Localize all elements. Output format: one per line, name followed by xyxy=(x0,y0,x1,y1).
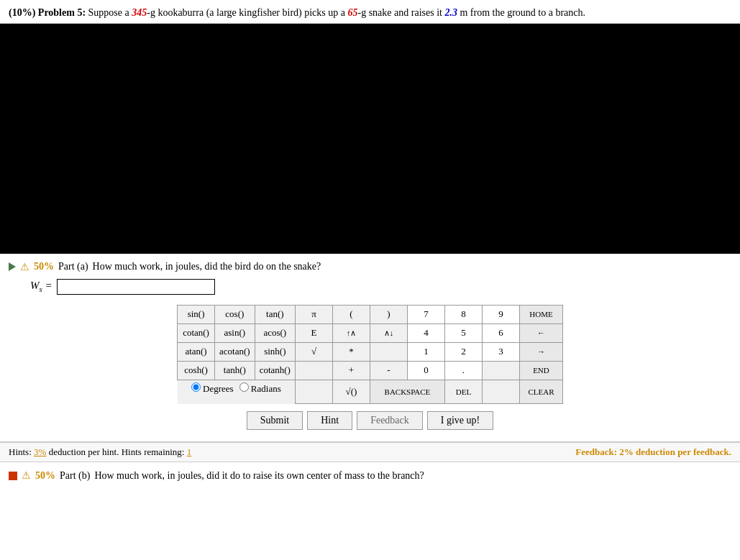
problem-text-3: -g snake and raises it xyxy=(358,7,445,18)
degrees-radio[interactable] xyxy=(191,382,201,392)
part-b-section: ⚠ 50% Part (b) How much work, in joules,… xyxy=(0,462,740,486)
square-icon xyxy=(9,472,17,480)
btn-blank2 xyxy=(295,361,332,380)
part-b-label: Part (b) xyxy=(60,470,90,482)
btn-1[interactable]: 1 xyxy=(407,342,444,361)
problem-text-end: m from the ground to a branch. xyxy=(457,7,585,18)
btn-atan[interactable]: atan() xyxy=(178,342,215,361)
calculator: sin() cos() tan() π ( ) 7 8 9 HOME cotan… xyxy=(9,305,731,405)
warning-icon-b: ⚠ xyxy=(22,469,31,482)
btn-tan[interactable]: tan() xyxy=(255,305,295,323)
btn-blank3 xyxy=(482,361,519,380)
play-icon[interactable] xyxy=(9,262,16,271)
btn-sinh[interactable]: sinh() xyxy=(255,342,295,361)
btn-cosh[interactable]: cosh() xyxy=(178,361,215,380)
btn-up-caret[interactable]: ↑∧ xyxy=(332,323,370,342)
media-area xyxy=(0,24,740,254)
input-label: Ws = xyxy=(30,280,52,293)
btn-dot[interactable]: . xyxy=(444,361,482,380)
deg-rad-cell: Degrees Radians xyxy=(178,380,296,404)
btn-minus[interactable]: - xyxy=(370,361,407,380)
btn-5[interactable]: 5 xyxy=(444,323,482,342)
problem-label: (10%) Problem 5: xyxy=(9,7,86,18)
btn-e[interactable]: E xyxy=(295,323,332,342)
btn-cotanh[interactable]: cotanh() xyxy=(255,361,295,380)
calc-table: sin() cos() tan() π ( ) 7 8 9 HOME cotan… xyxy=(177,305,563,405)
give-up-button[interactable]: I give up! xyxy=(427,411,493,430)
btn-multiply[interactable]: * xyxy=(332,342,370,361)
btn-blank1 xyxy=(370,342,407,361)
feedback-deduction-text: deduction per feedback. xyxy=(636,446,731,457)
btn-plus[interactable]: + xyxy=(332,361,370,380)
btn-left-arrow[interactable]: ← xyxy=(519,323,562,342)
feedback-button[interactable]: Feedback xyxy=(357,411,423,430)
action-buttons: Submit Hint Feedback I give up! xyxy=(9,411,731,430)
btn-0[interactable]: 0 xyxy=(407,361,444,380)
page-container: (10%) Problem 5: Suppose a 345-g kookabu… xyxy=(0,0,740,560)
btn-backspace[interactable]: BACKSPACE xyxy=(370,380,444,404)
hints-bar: Hints: 3% deduction per hint. Hints rema… xyxy=(0,442,740,462)
btn-cotan[interactable]: cotan() xyxy=(178,323,215,342)
hints-text: deduction per hint. Hints remaining: xyxy=(49,446,187,457)
val-345: 345 xyxy=(132,7,147,18)
answer-input[interactable] xyxy=(57,279,215,295)
btn-8[interactable]: 8 xyxy=(444,305,482,323)
part-a-section: ⚠ 50% Part (a) How much work, in joules,… xyxy=(0,254,740,443)
part-b-question: How much work, in joules, did it do to r… xyxy=(94,470,424,482)
btn-del[interactable]: DEL xyxy=(444,380,482,404)
problem-header: (10%) Problem 5: Suppose a 345-g kookabu… xyxy=(0,0,740,24)
btn-3[interactable]: 3 xyxy=(482,342,519,361)
btn-rparen[interactable]: ) xyxy=(370,305,407,323)
btn-tanh[interactable]: tanh() xyxy=(215,361,255,380)
part-b-percent: 50% xyxy=(35,470,55,482)
radians-radio[interactable] xyxy=(239,382,249,392)
btn-asin[interactable]: asin() xyxy=(215,323,255,342)
btn-9[interactable]: 9 xyxy=(482,305,519,323)
btn-right-arrow[interactable]: → xyxy=(519,342,562,361)
submit-button[interactable]: Submit xyxy=(247,411,303,430)
hint-button[interactable]: Hint xyxy=(307,411,352,430)
btn-blank5 xyxy=(482,380,519,404)
part-a-percent: 50% xyxy=(34,261,54,272)
hints-right: Feedback: 2% deduction per feedback. xyxy=(575,446,731,458)
btn-sqrtparen[interactable]: √() xyxy=(332,380,370,404)
part-a-label: Part (a) xyxy=(58,261,88,272)
btn-lparen[interactable]: ( xyxy=(332,305,370,323)
btn-acos[interactable]: acos() xyxy=(255,323,295,342)
val-23: 2.3 xyxy=(444,7,457,18)
radians-label[interactable]: Radians xyxy=(239,382,281,395)
btn-home[interactable]: HOME xyxy=(519,305,562,323)
btn-sin[interactable]: sin() xyxy=(178,305,215,323)
btn-6[interactable]: 6 xyxy=(482,323,519,342)
problem-text-1: Suppose a xyxy=(88,7,132,18)
part-a-header: ⚠ 50% Part (a) How much work, in joules,… xyxy=(9,261,731,273)
hints-label: Hints: xyxy=(9,446,34,457)
input-row: Ws = xyxy=(9,279,731,295)
hints-remaining-link[interactable]: 1 xyxy=(187,446,192,457)
btn-acotan[interactable]: acotan() xyxy=(215,342,255,361)
problem-text-2: -g kookaburra (a large kingfisher bird) … xyxy=(147,7,347,18)
btn-2[interactable]: 2 xyxy=(444,342,482,361)
btn-clear[interactable]: CLEAR xyxy=(519,380,562,404)
degrees-label[interactable]: Degrees xyxy=(191,382,234,395)
hints-pct-link[interactable]: 3% xyxy=(34,446,46,457)
btn-7[interactable]: 7 xyxy=(407,305,444,323)
part-a-question: How much work, in joules, did the bird d… xyxy=(93,261,321,272)
btn-sqrt-sym[interactable]: √ xyxy=(295,342,332,361)
btn-down-caret[interactable]: ∧↓ xyxy=(370,323,407,342)
btn-cos[interactable]: cos() xyxy=(215,305,255,323)
btn-end[interactable]: END xyxy=(519,361,562,380)
hints-left: Hints: 3% deduction per hint. Hints rema… xyxy=(9,446,191,458)
feedback-label: Feedback: xyxy=(575,446,619,457)
btn-blank4 xyxy=(295,380,332,404)
feedback-pct: 2% xyxy=(619,446,634,457)
val-65: 65 xyxy=(348,7,358,18)
warning-icon: ⚠ xyxy=(20,261,29,273)
btn-pi[interactable]: π xyxy=(295,305,332,323)
btn-4[interactable]: 4 xyxy=(407,323,444,342)
